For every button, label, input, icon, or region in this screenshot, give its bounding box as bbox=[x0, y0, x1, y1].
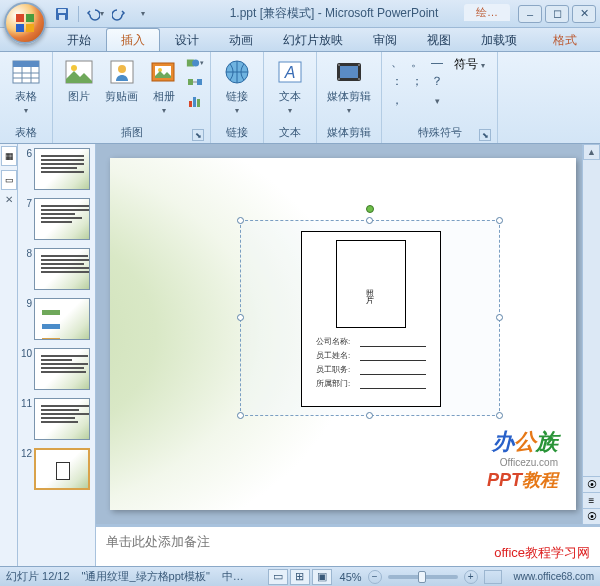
watermark: 办公族 Officezu.com PPT教程 bbox=[487, 427, 558, 492]
tab-addins[interactable]: 加载项 bbox=[466, 28, 532, 51]
media-icon bbox=[333, 56, 365, 88]
photo-album-button[interactable]: 相册▾ bbox=[144, 54, 184, 119]
picture-button[interactable]: 图片 bbox=[59, 54, 99, 105]
symbol-item[interactable]: 、 bbox=[388, 54, 406, 71]
group-label-text: 文本 bbox=[270, 124, 310, 141]
smartart-button[interactable] bbox=[186, 73, 204, 91]
album-icon bbox=[148, 56, 180, 88]
slide-thumbnail[interactable]: 10 bbox=[20, 348, 93, 390]
resize-handle[interactable] bbox=[496, 217, 503, 224]
slide-thumbnail[interactable]: 7 bbox=[20, 198, 93, 240]
symbol-more[interactable]: ▾ bbox=[428, 96, 446, 106]
field-label: 员工职务: bbox=[316, 364, 360, 375]
prev-slide-button[interactable]: ⦿ bbox=[583, 476, 600, 492]
photo-placeholder: 照 片 bbox=[336, 240, 406, 328]
media-button[interactable]: 媒体剪辑▾ bbox=[323, 54, 375, 119]
slide-canvas[interactable]: 照 片 公司名称:员工姓名:员工职务:所属部门: 办公族 Officezu.co… bbox=[110, 158, 576, 510]
svg-rect-31 bbox=[340, 66, 358, 78]
office-button[interactable] bbox=[4, 2, 46, 44]
zoom-thumb[interactable] bbox=[418, 571, 426, 583]
embedded-object[interactable]: 照 片 公司名称:员工姓名:员工职务:所属部门: bbox=[301, 231, 441, 407]
notes-pane[interactable]: 单击此处添加备注 office教程学习网 bbox=[96, 524, 600, 566]
next-slide-button[interactable]: ⦿ bbox=[583, 508, 600, 524]
undo-button[interactable]: ▾ bbox=[85, 4, 105, 24]
slide-thumbnail[interactable]: 11 bbox=[20, 398, 93, 440]
resize-handle[interactable] bbox=[496, 314, 503, 321]
tab-design[interactable]: 设计 bbox=[160, 28, 214, 51]
vertical-scrollbar[interactable]: ▲ ⦿ ≡ ⦿ bbox=[582, 144, 600, 524]
svg-rect-2 bbox=[16, 24, 24, 32]
thumb-number: 9 bbox=[20, 298, 34, 340]
group-label-symbols: 特殊符号⬊ bbox=[388, 124, 491, 141]
tab-animations[interactable]: 动画 bbox=[214, 28, 268, 51]
window-title: 1.ppt [兼容模式] - Microsoft PowerPoint bbox=[153, 5, 515, 22]
tab-view[interactable]: 视图 bbox=[412, 28, 466, 51]
zoom-percent[interactable]: 45% bbox=[340, 571, 362, 583]
minimize-button[interactable]: – bbox=[518, 5, 542, 23]
thumb-number: 8 bbox=[20, 248, 34, 290]
slide-thumbnail[interactable]: 9 bbox=[20, 298, 93, 340]
rotate-handle[interactable] bbox=[366, 205, 374, 213]
language-indicator[interactable]: 中… bbox=[222, 569, 244, 584]
pane-close[interactable]: ✕ bbox=[2, 194, 15, 205]
slides-tab[interactable]: ▭ bbox=[1, 170, 17, 190]
zoom-out-button[interactable]: − bbox=[368, 570, 382, 584]
table-button[interactable]: 表格▾ bbox=[6, 54, 46, 119]
tab-review[interactable]: 审阅 bbox=[358, 28, 412, 51]
text-button[interactable]: A 文本▾ bbox=[270, 54, 310, 119]
symbol-button[interactable]: 符号 ▾ bbox=[448, 54, 491, 75]
zoom-in-button[interactable]: + bbox=[464, 570, 478, 584]
nav-menu-button[interactable]: ≡ bbox=[583, 492, 600, 508]
svg-point-32 bbox=[338, 64, 340, 66]
slide-counter[interactable]: 幻灯片 12/12 bbox=[6, 569, 70, 584]
symbol-item[interactable]: — bbox=[428, 56, 446, 70]
qat-customize[interactable]: ▾ bbox=[133, 4, 153, 24]
save-button[interactable] bbox=[52, 4, 72, 24]
group-label-illustrations: 插图⬊ bbox=[59, 124, 204, 141]
resize-handle[interactable] bbox=[237, 412, 244, 419]
close-button[interactable]: ✕ bbox=[572, 5, 596, 23]
scroll-up[interactable]: ▲ bbox=[583, 144, 600, 160]
svg-rect-24 bbox=[189, 101, 192, 107]
outline-tab[interactable]: ▦ bbox=[1, 146, 17, 166]
restore-button[interactable]: ◻ bbox=[545, 5, 569, 23]
illustrations-launcher[interactable]: ⬊ bbox=[192, 129, 204, 141]
tab-home[interactable]: 开始 bbox=[52, 28, 106, 51]
slide-thumbnail[interactable]: 6 bbox=[20, 148, 93, 190]
svg-rect-8 bbox=[13, 61, 39, 67]
tab-slideshow[interactable]: 幻灯片放映 bbox=[268, 28, 358, 51]
zoom-slider[interactable] bbox=[388, 575, 458, 579]
ribbon: 表格▾ 表格 图片 剪贴画 相册▾ ▾ 插图⬊ bbox=[0, 52, 600, 144]
resize-handle[interactable] bbox=[237, 217, 244, 224]
resize-handle[interactable] bbox=[237, 314, 244, 321]
redo-button[interactable] bbox=[109, 4, 129, 24]
tab-format[interactable]: 格式 bbox=[538, 28, 592, 51]
svg-rect-3 bbox=[26, 24, 34, 32]
symbol-item[interactable]: 。 bbox=[408, 54, 426, 71]
sorter-view-button[interactable]: ⊞ bbox=[290, 569, 310, 585]
symbols-launcher[interactable]: ⬊ bbox=[479, 129, 491, 141]
svg-rect-5 bbox=[58, 9, 66, 13]
ribbon-tabs: 开始 插入 设计 动画 幻灯片放映 审阅 视图 加载项 格式 bbox=[0, 28, 600, 52]
symbol-item[interactable]: ， bbox=[388, 92, 406, 109]
svg-rect-23 bbox=[197, 79, 202, 85]
symbol-item[interactable]: ？ bbox=[428, 73, 446, 90]
clipart-button[interactable]: 剪贴画 bbox=[101, 54, 142, 105]
symbol-item[interactable]: ： bbox=[388, 73, 406, 90]
tab-insert[interactable]: 插入 bbox=[106, 28, 160, 51]
links-button[interactable]: 链接▾ bbox=[217, 54, 257, 119]
slide-thumbnail[interactable]: 8 bbox=[20, 248, 93, 290]
resize-handle[interactable] bbox=[496, 412, 503, 419]
selected-object[interactable]: 照 片 公司名称:员工姓名:员工职务:所属部门: bbox=[240, 220, 500, 416]
group-links: 链接▾ 链接 bbox=[211, 52, 264, 143]
symbol-item[interactable]: ； bbox=[408, 73, 426, 90]
fit-to-window-button[interactable] bbox=[484, 570, 502, 584]
slideshow-view-button[interactable]: ▣ bbox=[312, 569, 332, 585]
svg-rect-26 bbox=[197, 99, 200, 107]
normal-view-button[interactable]: ▭ bbox=[268, 569, 288, 585]
resize-handle[interactable] bbox=[366, 217, 373, 224]
slide-thumbnail[interactable]: 12 bbox=[20, 448, 93, 490]
chart-button[interactable] bbox=[186, 92, 204, 110]
shapes-button[interactable]: ▾ bbox=[186, 54, 204, 72]
resize-handle[interactable] bbox=[366, 412, 373, 419]
